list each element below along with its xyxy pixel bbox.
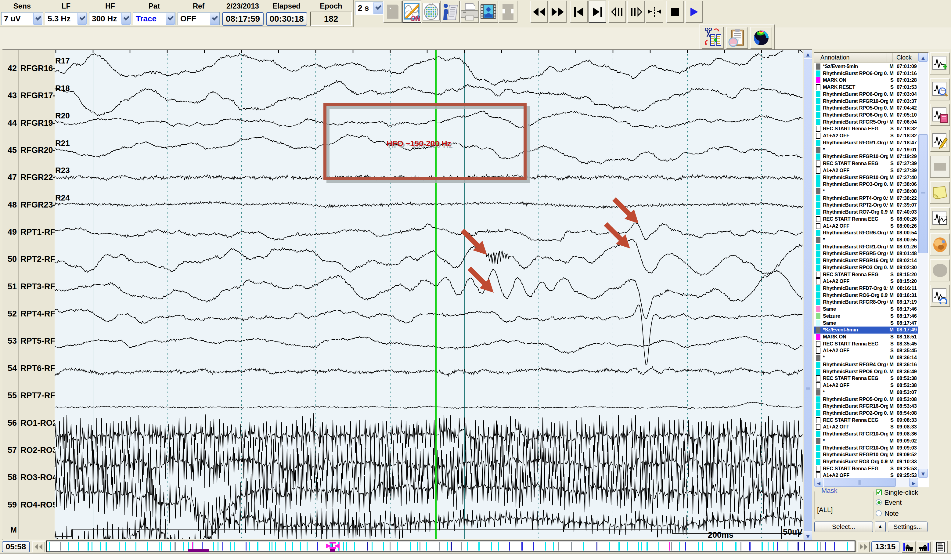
svg-text:R18: R18 xyxy=(55,84,70,93)
svg-text:R21: R21 xyxy=(55,138,70,148)
svg-text:R17: R17 xyxy=(55,56,70,65)
svg-text:R20: R20 xyxy=(55,111,70,120)
svg-text:200ms: 200ms xyxy=(708,531,734,539)
svg-text:HFO ~150-200 Hz: HFO ~150-200 Hz xyxy=(386,139,451,148)
svg-text:R24: R24 xyxy=(55,193,70,202)
svg-text:ON: ON xyxy=(410,15,420,22)
svg-text:50uV: 50uV xyxy=(783,527,803,537)
svg-text:R23: R23 xyxy=(55,166,70,175)
